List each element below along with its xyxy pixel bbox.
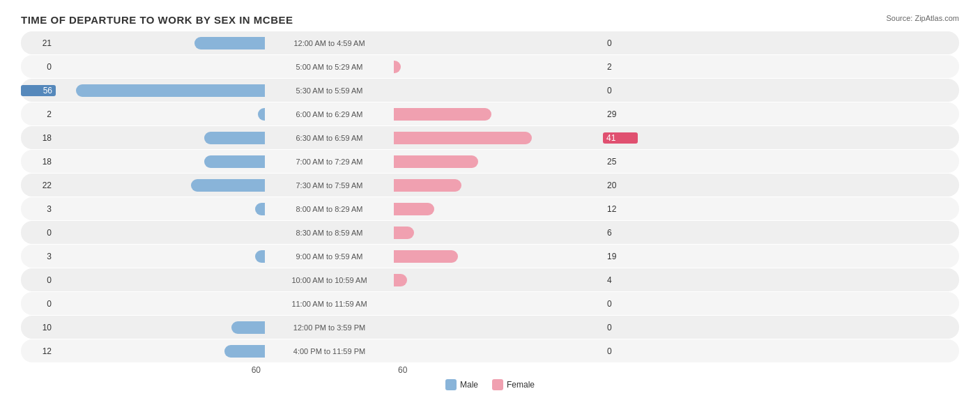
- right-value: 25: [603, 157, 638, 167]
- legend-male: Male: [445, 379, 478, 390]
- bar-row: 12 4:00 PM to 11:59 PM 0: [21, 339, 959, 362]
- right-bar-area: [394, 37, 603, 49]
- left-value: 18: [21, 133, 56, 143]
- left-bar-area: [56, 203, 265, 215]
- left-value: 2: [21, 109, 56, 119]
- right-value: 12: [603, 204, 638, 214]
- right-value: 20: [603, 181, 638, 190]
- right-bar-area: [394, 274, 603, 286]
- left-bar-area: [56, 61, 265, 73]
- female-bar: [394, 274, 407, 286]
- left-value: 0: [21, 275, 56, 285]
- time-label: 7:00 AM to 7:29 AM: [265, 158, 394, 166]
- right-bar-area: [394, 84, 603, 97]
- bar-row: 0 11:00 AM to 11:59 AM 0: [21, 292, 959, 315]
- left-bar-area: [56, 227, 265, 239]
- left-value: 18: [21, 157, 56, 167]
- time-label: 8:00 AM to 8:29 AM: [265, 205, 394, 213]
- left-value: 22: [21, 181, 56, 190]
- left-bar-area: [56, 321, 265, 334]
- male-bar: [204, 155, 265, 168]
- bar-row: 18 6:30 AM to 6:59 AM 41: [21, 126, 959, 149]
- left-bar-area: [56, 108, 265, 121]
- right-value: 0: [603, 346, 638, 356]
- bar-row: 10 12:00 PM to 3:59 PM 0: [21, 316, 959, 339]
- right-value: 4: [603, 275, 638, 285]
- bar-row: 0 5:00 AM to 5:29 AM 2: [21, 55, 959, 78]
- axis-right-label: 60: [394, 365, 638, 375]
- bar-row: 3 9:00 AM to 9:59 AM 19: [21, 245, 959, 268]
- right-bar-area: [394, 61, 603, 73]
- male-bar: [191, 179, 265, 192]
- male-bar: [255, 250, 266, 263]
- female-color-box: [492, 379, 503, 390]
- female-bar: [394, 179, 461, 192]
- time-label: 5:30 AM to 5:59 AM: [265, 86, 394, 95]
- time-label: 8:30 AM to 8:59 AM: [265, 229, 394, 237]
- bar-row: 21 12:00 AM to 4:59 AM 0: [21, 31, 959, 54]
- time-label: 5:00 AM to 5:29 AM: [265, 63, 394, 71]
- male-bar: [204, 132, 265, 144]
- bar-row: 3 8:00 AM to 8:29 AM 12: [21, 197, 959, 220]
- chart-title: TIME OF DEPARTURE TO WORK BY SEX IN MCBE…: [21, 14, 959, 26]
- right-value: 0: [603, 299, 638, 309]
- legend: Male Female: [21, 379, 959, 390]
- left-bar-area: [56, 132, 265, 144]
- right-bar-area: [394, 132, 603, 144]
- right-bar-area: [394, 250, 603, 263]
- left-value: 56: [21, 85, 56, 96]
- right-value: 0: [603, 86, 638, 95]
- left-bar-area: [56, 345, 265, 358]
- right-bar-area: [394, 345, 603, 358]
- right-value: 6: [603, 228, 638, 238]
- right-value: 0: [603, 38, 638, 48]
- left-value: 10: [21, 323, 56, 332]
- male-bar: [194, 37, 266, 49]
- time-label: 6:30 AM to 6:59 AM: [265, 134, 394, 142]
- female-bar: [394, 108, 491, 121]
- left-bar-area: [56, 37, 265, 49]
- female-bar: [394, 227, 414, 239]
- right-value: 0: [603, 323, 638, 332]
- male-bar: [231, 321, 265, 334]
- left-value: 0: [21, 228, 56, 238]
- time-label: 4:00 PM to 11:59 PM: [265, 347, 394, 355]
- left-value: 0: [21, 62, 56, 72]
- time-label: 12:00 AM to 4:59 AM: [265, 39, 394, 47]
- left-bar-area: [56, 84, 265, 97]
- right-bar-area: [394, 298, 603, 310]
- male-color-box: [445, 379, 457, 390]
- time-label: 9:00 AM to 9:59 AM: [265, 252, 394, 261]
- female-label: Female: [507, 380, 535, 390]
- male-bar: [255, 203, 266, 215]
- left-bar-area: [56, 250, 265, 263]
- left-bar-area: [56, 155, 265, 168]
- right-bar-area: [394, 155, 603, 168]
- right-bar-area: [394, 203, 603, 215]
- time-label: 10:00 AM to 10:59 AM: [265, 276, 394, 284]
- right-value: 29: [603, 109, 638, 119]
- male-bar: [224, 345, 265, 358]
- male-label: Male: [460, 380, 478, 390]
- left-bar-area: [56, 298, 265, 310]
- left-value: 0: [21, 299, 56, 309]
- right-bar-area: [394, 108, 603, 121]
- right-value: 41: [603, 132, 638, 144]
- right-value: 19: [603, 252, 638, 261]
- chart-area: 21 12:00 AM to 4:59 AM 0 0 5:00 AM to 5:…: [21, 31, 959, 362]
- legend-female: Female: [492, 379, 535, 390]
- bar-row: 18 7:00 AM to 7:29 AM 25: [21, 150, 959, 173]
- bar-row: 56 5:30 AM to 5:59 AM 0: [21, 79, 959, 102]
- right-value: 2: [603, 62, 638, 72]
- bar-row: 0 10:00 AM to 10:59 AM 4: [21, 268, 959, 291]
- bar-row: 22 7:30 AM to 7:59 AM 20: [21, 174, 959, 197]
- left-value: 3: [21, 252, 56, 261]
- right-bar-area: [394, 179, 603, 192]
- female-bar: [394, 250, 458, 263]
- time-label: 7:30 AM to 7:59 AM: [265, 181, 394, 190]
- time-label: 6:00 AM to 6:29 AM: [265, 110, 394, 118]
- left-value: 12: [21, 346, 56, 356]
- female-bar: [394, 61, 401, 73]
- male-bar: [258, 108, 265, 121]
- time-label: 11:00 AM to 11:59 AM: [265, 300, 394, 308]
